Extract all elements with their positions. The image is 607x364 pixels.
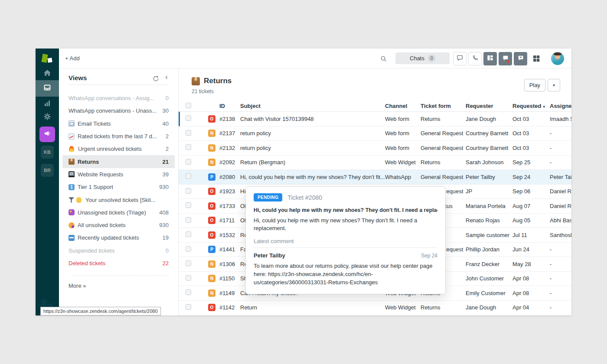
ticket-assignee: - bbox=[550, 246, 571, 253]
chat-notifications-button[interactable] bbox=[499, 52, 512, 65]
status-badge: N bbox=[208, 130, 215, 137]
view-item[interactable]: Returns 21 bbox=[62, 155, 175, 168]
row-checkbox[interactable] bbox=[186, 144, 191, 150]
ticket-subject[interactable]: return policy bbox=[240, 130, 385, 136]
view-item-icon bbox=[69, 209, 75, 215]
view-item[interactable]: Email Tickets 40 bbox=[62, 117, 175, 130]
calls-button[interactable] bbox=[468, 52, 482, 65]
table-header-row: ID Subject Channel Ticket form Requester… bbox=[179, 101, 571, 112]
ticket-requested: Oct 03 bbox=[512, 116, 550, 122]
divider bbox=[69, 84, 169, 85]
ticket-row[interactable]: N #2137 return policy Web form General R… bbox=[179, 127, 571, 141]
view-item[interactable]: Rated tickets from the last 7 d... 2 bbox=[62, 130, 175, 143]
play-dropdown-button[interactable]: ▾ bbox=[548, 79, 560, 91]
zendesk-agent-window: KB BR + Add Chats 0 bbox=[36, 49, 571, 315]
tickets-inbox-icon bbox=[43, 83, 52, 94]
view-item[interactable]: WhatsApp conversations - Unass... 30 bbox=[62, 104, 175, 117]
view-item[interactable]: Suspended tickets 0 bbox=[62, 244, 175, 257]
ticket-assignee: Daniel Ru bbox=[550, 203, 571, 209]
row-checkbox[interactable] bbox=[186, 246, 191, 252]
ticket-row[interactable]: N #2092 Return (Bergman) Web Widget Retu… bbox=[179, 156, 571, 170]
ticket-row[interactable]: O #2138 Chat with Visitor 1570139948 Web… bbox=[179, 112, 571, 127]
view-item[interactable]: Deleted tickets 22 bbox=[62, 257, 175, 270]
notification-dot-icon bbox=[506, 60, 510, 63]
requester-column-header[interactable]: Requester bbox=[466, 103, 512, 109]
ticket-channel: Web form bbox=[385, 116, 421, 122]
row-checkbox[interactable] bbox=[186, 173, 191, 179]
ticket-row[interactable]: N #2132 return policy Web form General R… bbox=[179, 141, 571, 156]
row-checkbox[interactable] bbox=[186, 217, 191, 223]
status-badge: N bbox=[208, 144, 215, 152]
chats-toggle[interactable]: Chats 0 bbox=[395, 52, 450, 64]
view-item[interactable]: Your unsolved tickets [Skil... bbox=[62, 193, 175, 206]
row-checkbox[interactable] bbox=[186, 231, 191, 237]
home-button[interactable] bbox=[36, 65, 59, 82]
ticket-requested: Jul 11 bbox=[512, 232, 550, 238]
popup-ticket-number: Ticket #2080 bbox=[287, 194, 322, 201]
subject-column-header[interactable]: Subject bbox=[240, 103, 385, 109]
view-item[interactable]: Unassigned tickets (Triage) 408 bbox=[62, 206, 175, 219]
product-rail: KB BR bbox=[36, 49, 59, 315]
ticket-requested: Oct 03 bbox=[512, 145, 550, 151]
view-item-count: 2 bbox=[166, 133, 169, 140]
ticket-subject[interactable]: Return bbox=[240, 304, 385, 311]
chats-label: Chats bbox=[410, 55, 424, 62]
announcements-button[interactable] bbox=[39, 127, 55, 142]
view-item-icon bbox=[69, 235, 75, 241]
collapse-panel-icon[interactable]: ‹ bbox=[165, 73, 168, 81]
ticket-assignee: Imaadh S bbox=[550, 116, 571, 122]
form-column-header[interactable]: Ticket form bbox=[421, 103, 466, 109]
conversations-button[interactable] bbox=[453, 52, 467, 65]
channel-column-header[interactable]: Channel bbox=[385, 103, 421, 109]
missed-chats-button[interactable] bbox=[514, 52, 527, 65]
requested-column-header[interactable]: Requested▾ bbox=[512, 103, 550, 109]
view-item[interactable]: All unsolved tickets 930 bbox=[62, 219, 175, 231]
search-icon[interactable] bbox=[380, 55, 387, 64]
admin-button[interactable] bbox=[36, 109, 59, 126]
ticket-subject[interactable]: Return (Bergman) bbox=[240, 159, 385, 166]
play-button[interactable]: Play bbox=[524, 79, 545, 91]
br-button[interactable]: BR bbox=[41, 164, 54, 177]
row-checkbox[interactable] bbox=[186, 304, 191, 310]
zendesk-logo-icon[interactable] bbox=[41, 54, 53, 65]
workspace-panel-button[interactable] bbox=[483, 52, 497, 65]
row-checkbox[interactable] bbox=[186, 130, 191, 136]
row-checkbox[interactable] bbox=[186, 159, 191, 165]
view-item[interactable]: Urgent unresolved tickets 2 bbox=[62, 143, 175, 155]
row-checkbox[interactable] bbox=[186, 188, 191, 194]
ticket-requester: Mariana Portela bbox=[466, 203, 512, 209]
row-checkbox[interactable] bbox=[186, 115, 191, 121]
view-item[interactable]: Website Requests 39 bbox=[62, 168, 175, 181]
ticket-subject[interactable]: return policy bbox=[240, 145, 385, 151]
status-badge: O bbox=[208, 202, 215, 210]
more-views-link[interactable]: More » bbox=[69, 283, 86, 289]
id-column-header[interactable]: ID bbox=[219, 103, 240, 109]
row-checkbox[interactable] bbox=[186, 260, 191, 266]
assignee-column-header[interactable]: Assignee bbox=[550, 103, 571, 109]
app-grid-icon[interactable] bbox=[532, 55, 540, 64]
ticket-assignee: - bbox=[550, 145, 571, 151]
popup-description: Hi, could you help me with my new shoes?… bbox=[254, 217, 437, 232]
view-item[interactable]: WhatsApp conversations - Assig... 0 bbox=[62, 92, 175, 104]
kb-button[interactable]: KB bbox=[41, 146, 54, 159]
ticket-subject[interactable]: Hi, could you help me with my new shoes?… bbox=[240, 174, 385, 180]
row-checkbox[interactable] bbox=[186, 202, 191, 208]
chats-count-badge: 0 bbox=[428, 55, 435, 62]
row-checkbox[interactable] bbox=[186, 275, 191, 281]
add-tab-button[interactable]: + Add bbox=[65, 49, 80, 68]
ticket-row[interactable]: O #1142 Return Web Widget Returns Jane D… bbox=[179, 301, 571, 315]
ticket-requester: Courtney Barnett bbox=[466, 145, 512, 151]
row-checkbox[interactable] bbox=[186, 289, 191, 295]
view-item[interactable]: Recently updated tickets 19 bbox=[62, 231, 175, 244]
comment-date: Sep 24 bbox=[421, 253, 437, 259]
select-all-checkbox[interactable] bbox=[186, 103, 191, 108]
view-item-count: 930 bbox=[159, 222, 169, 228]
refresh-icon[interactable] bbox=[153, 75, 159, 84]
pending-status-badge: PENDING bbox=[254, 193, 282, 202]
ticket-row[interactable]: P #2080 Hi, could you help me with my ne… bbox=[179, 170, 571, 185]
ticket-subject[interactable]: Chat with Visitor 1570139948 bbox=[240, 116, 385, 122]
ticket-requested: May 28 bbox=[512, 261, 550, 267]
tickets-button[interactable] bbox=[36, 80, 59, 97]
view-item[interactable]: Tier 1 Support 930 bbox=[62, 181, 175, 193]
user-avatar[interactable] bbox=[551, 52, 564, 65]
